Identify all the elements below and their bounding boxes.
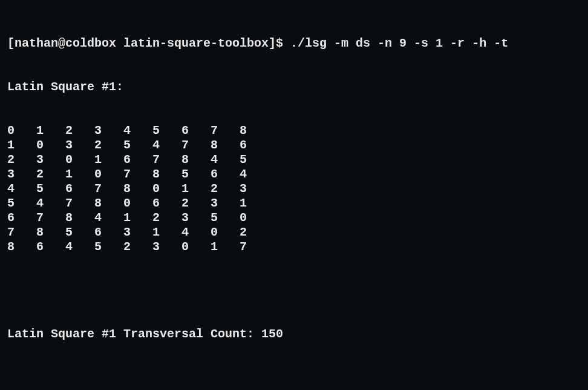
grid-cell: 4 — [181, 225, 211, 240]
grid-cell: 2 — [181, 196, 211, 211]
grid-cell: 6 — [123, 153, 152, 167]
grid-cell: 5 — [94, 240, 123, 254]
grid-cell: 5 — [240, 153, 269, 167]
grid-cell: 1 — [211, 240, 240, 254]
grid-cell: 0 — [94, 167, 123, 182]
prompt-line-1: [nathan@coldbox latin-square-toolbox]$ .… — [7, 36, 581, 51]
grid-cell: 5 — [211, 211, 240, 225]
grid-cell: 0 — [240, 211, 269, 225]
table-row: 456780123 — [7, 182, 581, 196]
grid-cell: 0 — [152, 182, 181, 196]
grid-cell: 4 — [94, 211, 123, 225]
grid-cell: 7 — [181, 138, 211, 153]
grid-cell: 3 — [181, 211, 211, 225]
grid-cell: 5 — [123, 138, 152, 153]
grid-cell: 0 — [211, 225, 240, 240]
grid-cell: 7 — [211, 124, 240, 138]
grid-cell: 2 — [211, 182, 240, 196]
grid-cell: 8 — [7, 240, 36, 254]
grid-cell: 3 — [123, 225, 152, 240]
grid-cell: 2 — [65, 124, 94, 138]
grid-cell: 5 — [65, 225, 94, 240]
grid-cell: 2 — [94, 138, 123, 153]
grid-cell: 4 — [240, 167, 269, 182]
grid-cell: 8 — [65, 211, 94, 225]
grid-cell: 8 — [94, 196, 123, 211]
grid-cell: 2 — [123, 240, 152, 254]
grid-cell: 4 — [123, 124, 152, 138]
grid-cell: 3 — [94, 124, 123, 138]
grid-cell: 4 — [211, 153, 240, 167]
grid-cell: 4 — [36, 196, 65, 211]
grid-cell: 0 — [65, 153, 94, 167]
command-text: ./lsg -m ds -n 9 -s 1 -r -h -t — [290, 36, 508, 50]
grid-cell: 3 — [65, 138, 94, 153]
table-row: 785631402 — [7, 225, 581, 240]
grid-cell: 8 — [123, 182, 152, 196]
grid-cell: 6 — [211, 167, 240, 182]
grid-cell: 5 — [152, 124, 181, 138]
blank-line — [7, 283, 581, 298]
table-row: 230167845 — [7, 153, 581, 167]
grid-cell: 2 — [7, 153, 36, 167]
grid-cell: 8 — [240, 124, 269, 138]
transversal-count: Latin Square #1 Transversal Count: 150 — [7, 327, 581, 342]
terminal-output[interactable]: [nathan@coldbox latin-square-toolbox]$ .… — [7, 7, 581, 390]
table-row: 678412350 — [7, 211, 581, 225]
grid-cell: 1 — [36, 124, 65, 138]
grid-cell: 7 — [36, 211, 65, 225]
grid-cell: 5 — [36, 182, 65, 196]
grid-cell: 6 — [7, 211, 36, 225]
grid-cell: 8 — [181, 153, 211, 167]
grid-cell: 1 — [152, 225, 181, 240]
grid-cell: 2 — [152, 211, 181, 225]
table-row: 864523017 — [7, 240, 581, 254]
table-row: 321078564 — [7, 167, 581, 182]
grid-cell: 6 — [240, 138, 269, 153]
latin-square-grid: 0123456781032547862301678453210785644567… — [7, 124, 581, 254]
blank-line — [7, 371, 581, 385]
grid-cell: 6 — [152, 196, 181, 211]
grid-cell: 4 — [152, 138, 181, 153]
grid-cell: 5 — [7, 196, 36, 211]
grid-cell: 6 — [94, 225, 123, 240]
table-row: 103254786 — [7, 138, 581, 153]
grid-cell: 6 — [181, 124, 211, 138]
grid-cell: 1 — [94, 153, 123, 167]
grid-cell: 7 — [152, 153, 181, 167]
grid-cell: 7 — [123, 167, 152, 182]
grid-cell: 0 — [36, 138, 65, 153]
grid-cell: 7 — [65, 196, 94, 211]
grid-cell: 6 — [36, 240, 65, 254]
grid-cell: 1 — [240, 196, 269, 211]
square-header: Latin Square #1: — [7, 80, 581, 94]
grid-cell: 3 — [7, 167, 36, 182]
grid-cell: 5 — [181, 167, 211, 182]
grid-cell: 7 — [240, 240, 269, 254]
grid-cell: 4 — [65, 240, 94, 254]
grid-cell: 3 — [36, 153, 65, 167]
grid-cell: 8 — [152, 167, 181, 182]
grid-cell: 7 — [94, 182, 123, 196]
grid-cell: 0 — [123, 196, 152, 211]
grid-cell: 0 — [181, 240, 211, 254]
grid-cell: 7 — [7, 225, 36, 240]
grid-cell: 1 — [123, 211, 152, 225]
grid-cell: 8 — [211, 138, 240, 153]
grid-cell: 1 — [7, 138, 36, 153]
grid-cell: 2 — [36, 167, 65, 182]
grid-cell: 2 — [240, 225, 269, 240]
prompt-prefix: [nathan@coldbox latin-square-toolbox]$ — [7, 36, 290, 50]
table-row: 547806231 — [7, 196, 581, 211]
grid-cell: 6 — [65, 182, 94, 196]
grid-cell: 3 — [152, 240, 181, 254]
grid-cell: 4 — [7, 182, 36, 196]
grid-cell: 3 — [240, 182, 269, 196]
grid-cell: 3 — [211, 196, 240, 211]
table-row: 012345678 — [7, 124, 581, 138]
grid-cell: 0 — [7, 124, 36, 138]
grid-cell: 1 — [181, 182, 211, 196]
grid-cell: 1 — [65, 167, 94, 182]
grid-cell: 8 — [36, 225, 65, 240]
